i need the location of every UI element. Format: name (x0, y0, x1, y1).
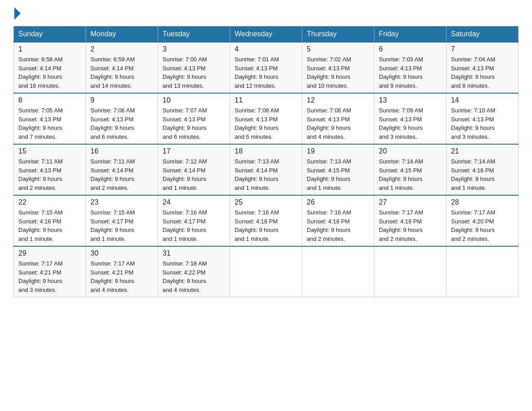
day-info: Sunrise: 7:11 AMSunset: 4:13 PMDaylight:… (18, 157, 81, 192)
day-info: Sunrise: 7:04 AMSunset: 4:13 PMDaylight:… (451, 55, 514, 90)
calendar-day-cell: 12Sunrise: 7:08 AMSunset: 4:13 PMDayligh… (302, 93, 374, 144)
calendar-day-cell: 1Sunrise: 6:58 AMSunset: 4:14 PMDaylight… (14, 42, 86, 93)
day-info: Sunrise: 7:11 AMSunset: 4:14 PMDaylight:… (90, 157, 153, 192)
day-number: 6 (379, 45, 442, 53)
day-info: Sunrise: 7:14 AMSunset: 4:15 PMDaylight:… (379, 157, 442, 192)
calendar-day-cell: 24Sunrise: 7:16 AMSunset: 4:17 PMDayligh… (158, 195, 230, 246)
header-tuesday: Tuesday (158, 26, 230, 43)
day-info: Sunrise: 7:16 AMSunset: 4:18 PMDaylight:… (235, 208, 297, 243)
day-number: 5 (307, 45, 369, 53)
calendar-day-cell: 8Sunrise: 7:05 AMSunset: 4:13 PMDaylight… (14, 93, 86, 144)
calendar-day-cell: 25Sunrise: 7:16 AMSunset: 4:18 PMDayligh… (230, 195, 302, 246)
header-wednesday: Wednesday (230, 26, 302, 43)
day-number: 20 (379, 147, 442, 155)
day-number: 16 (90, 147, 153, 155)
day-number: 7 (451, 45, 514, 53)
day-number: 24 (163, 198, 225, 206)
day-info: Sunrise: 7:05 AMSunset: 4:13 PMDaylight:… (18, 106, 81, 141)
calendar-day-cell: 14Sunrise: 7:10 AMSunset: 4:13 PMDayligh… (446, 93, 519, 144)
day-number: 29 (18, 249, 81, 257)
logo-arrow-icon (14, 7, 21, 20)
calendar-day-cell (374, 246, 446, 297)
calendar-week-row: 22Sunrise: 7:15 AMSunset: 4:16 PMDayligh… (14, 195, 519, 246)
day-number: 27 (379, 198, 442, 206)
day-info: Sunrise: 7:10 AMSunset: 4:13 PMDaylight:… (451, 106, 514, 141)
calendar-day-cell: 17Sunrise: 7:12 AMSunset: 4:14 PMDayligh… (158, 144, 230, 195)
day-info: Sunrise: 7:03 AMSunset: 4:13 PMDaylight:… (379, 55, 442, 90)
day-info: Sunrise: 7:13 AMSunset: 4:15 PMDaylight:… (307, 157, 369, 192)
day-number: 9 (90, 96, 153, 104)
calendar-day-cell: 22Sunrise: 7:15 AMSunset: 4:16 PMDayligh… (14, 195, 86, 246)
day-number: 19 (307, 147, 369, 155)
day-number: 30 (90, 249, 153, 257)
calendar-week-row: 15Sunrise: 7:11 AMSunset: 4:13 PMDayligh… (14, 144, 519, 195)
day-info: Sunrise: 7:17 AMSunset: 4:20 PMDaylight:… (451, 208, 514, 243)
day-number: 2 (90, 45, 153, 53)
day-number: 13 (379, 96, 442, 104)
header-saturday: Saturday (446, 26, 519, 43)
calendar-day-cell: 30Sunrise: 7:17 AMSunset: 4:21 PMDayligh… (86, 246, 158, 297)
day-info: Sunrise: 7:17 AMSunset: 4:19 PMDaylight:… (379, 208, 442, 243)
calendar-day-cell: 18Sunrise: 7:13 AMSunset: 4:14 PMDayligh… (230, 144, 302, 195)
calendar-day-cell: 31Sunrise: 7:18 AMSunset: 4:22 PMDayligh… (158, 246, 230, 297)
calendar-day-cell: 5Sunrise: 7:02 AMSunset: 4:13 PMDaylight… (302, 42, 374, 93)
day-number: 15 (18, 147, 81, 155)
calendar-day-cell: 9Sunrise: 7:06 AMSunset: 4:13 PMDaylight… (86, 93, 158, 144)
day-number: 22 (18, 198, 81, 206)
day-info: Sunrise: 7:17 AMSunset: 4:21 PMDaylight:… (90, 259, 153, 294)
calendar-day-cell: 2Sunrise: 6:59 AMSunset: 4:14 PMDaylight… (86, 42, 158, 93)
header-sunday: Sunday (14, 26, 86, 43)
header-monday: Monday (86, 26, 158, 43)
day-info: Sunrise: 7:16 AMSunset: 4:17 PMDaylight:… (163, 208, 225, 243)
day-info: Sunrise: 7:13 AMSunset: 4:14 PMDaylight:… (235, 157, 297, 192)
calendar-day-cell: 3Sunrise: 7:00 AMSunset: 4:13 PMDaylight… (158, 42, 230, 93)
day-number: 3 (163, 45, 225, 53)
calendar-day-cell: 21Sunrise: 7:14 AMSunset: 4:16 PMDayligh… (446, 144, 519, 195)
header-row: SundayMondayTuesdayWednesdayThursdayFrid… (14, 26, 519, 43)
day-info: Sunrise: 6:59 AMSunset: 4:14 PMDaylight:… (90, 55, 153, 90)
day-info: Sunrise: 7:07 AMSunset: 4:13 PMDaylight:… (163, 106, 225, 141)
day-number: 4 (235, 45, 297, 53)
day-info: Sunrise: 7:09 AMSunset: 4:13 PMDaylight:… (379, 106, 442, 141)
day-info: Sunrise: 7:00 AMSunset: 4:13 PMDaylight:… (163, 55, 225, 90)
day-info: Sunrise: 7:14 AMSunset: 4:16 PMDaylight:… (451, 157, 514, 192)
day-number: 14 (451, 96, 514, 104)
day-info: Sunrise: 7:12 AMSunset: 4:14 PMDaylight:… (163, 157, 225, 192)
day-number: 17 (163, 147, 225, 155)
day-info: Sunrise: 7:15 AMSunset: 4:16 PMDaylight:… (18, 208, 81, 243)
calendar-day-cell (230, 246, 302, 297)
calendar-day-cell: 4Sunrise: 7:01 AMSunset: 4:13 PMDaylight… (230, 42, 302, 93)
day-number: 21 (451, 147, 514, 155)
calendar-day-cell: 27Sunrise: 7:17 AMSunset: 4:19 PMDayligh… (374, 195, 446, 246)
day-info: Sunrise: 7:17 AMSunset: 4:21 PMDaylight:… (18, 259, 81, 294)
header-thursday: Thursday (302, 26, 374, 43)
calendar-day-cell (302, 246, 374, 297)
calendar-day-cell: 10Sunrise: 7:07 AMSunset: 4:13 PMDayligh… (158, 93, 230, 144)
calendar-week-row: 29Sunrise: 7:17 AMSunset: 4:21 PMDayligh… (14, 246, 519, 297)
calendar-day-cell: 23Sunrise: 7:15 AMSunset: 4:17 PMDayligh… (86, 195, 158, 246)
header-friday: Friday (374, 26, 446, 43)
day-number: 25 (235, 198, 297, 206)
calendar-day-cell: 16Sunrise: 7:11 AMSunset: 4:14 PMDayligh… (86, 144, 158, 195)
calendar-day-cell: 28Sunrise: 7:17 AMSunset: 4:20 PMDayligh… (446, 195, 519, 246)
day-number: 28 (451, 198, 514, 206)
day-info: Sunrise: 7:16 AMSunset: 4:18 PMDaylight:… (307, 208, 369, 243)
calendar-day-cell: 7Sunrise: 7:04 AMSunset: 4:13 PMDaylight… (446, 42, 519, 93)
day-number: 18 (235, 147, 297, 155)
day-number: 12 (307, 96, 369, 104)
calendar-day-cell: 13Sunrise: 7:09 AMSunset: 4:13 PMDayligh… (374, 93, 446, 144)
calendar-day-cell: 11Sunrise: 7:08 AMSunset: 4:13 PMDayligh… (230, 93, 302, 144)
calendar-day-cell: 20Sunrise: 7:14 AMSunset: 4:15 PMDayligh… (374, 144, 446, 195)
page-header (13, 9, 519, 19)
calendar-day-cell (446, 246, 519, 297)
day-number: 1 (18, 45, 81, 53)
logo (13, 9, 21, 19)
day-number: 23 (90, 198, 153, 206)
calendar-day-cell: 15Sunrise: 7:11 AMSunset: 4:13 PMDayligh… (14, 144, 86, 195)
calendar-table: SundayMondayTuesdayWednesdayThursdayFrid… (13, 26, 519, 297)
day-info: Sunrise: 7:06 AMSunset: 4:13 PMDaylight:… (90, 106, 153, 141)
day-info: Sunrise: 7:02 AMSunset: 4:13 PMDaylight:… (307, 55, 369, 90)
day-number: 10 (163, 96, 225, 104)
day-number: 8 (18, 96, 81, 104)
day-info: Sunrise: 7:08 AMSunset: 4:13 PMDaylight:… (307, 106, 369, 141)
